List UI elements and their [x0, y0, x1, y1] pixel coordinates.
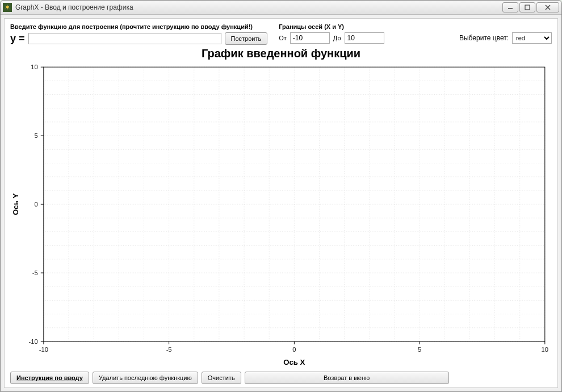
- to-label: До: [333, 35, 341, 41]
- svg-text:-10: -10: [39, 346, 48, 353]
- instructions-button[interactable]: Инструкция по вводу: [10, 372, 89, 384]
- svg-text:5: 5: [418, 346, 421, 353]
- svg-rect-1: [525, 5, 530, 10]
- minimize-button[interactable]: [502, 2, 518, 12]
- axis-to-input[interactable]: [345, 32, 384, 44]
- svg-text:0: 0: [292, 346, 296, 353]
- svg-text:0: 0: [34, 201, 37, 208]
- bottom-toolbar: Инструкция по вводу Удалить последнюю фу…: [10, 372, 552, 384]
- function-group: Введите функцию для построения (прочтите…: [10, 23, 267, 45]
- svg-text:Ось X: Ось X: [283, 358, 305, 366]
- axis-group: Границы осей (X и Y) От До: [279, 23, 384, 44]
- delete-last-button[interactable]: Удалить последнюю функнкцию: [93, 372, 198, 384]
- app-window: ✶ GraphX - Ввод и построение графика Вве…: [0, 0, 562, 392]
- svg-text:-5: -5: [166, 346, 172, 353]
- svg-text:Ось Y: Ось Y: [11, 193, 20, 216]
- function-input[interactable]: [28, 33, 221, 44]
- build-button[interactable]: Построить: [225, 32, 268, 45]
- from-label: От: [279, 35, 287, 41]
- color-label: Выберите цвет:: [459, 34, 509, 42]
- window-controls: [502, 2, 559, 12]
- clear-button[interactable]: Очистить: [202, 372, 241, 384]
- input-row: Введите функцию для построения (прочтите…: [10, 23, 552, 45]
- app-icon: ✶: [3, 3, 12, 12]
- back-to-menu-button[interactable]: Возврат в меню: [245, 372, 449, 384]
- axis-bounds-label: Границы осей (X и Y): [279, 23, 384, 30]
- function-label: Введите функцию для построения (прочтите…: [10, 23, 267, 30]
- svg-text:-5: -5: [32, 269, 38, 276]
- svg-text:-10: -10: [29, 338, 38, 345]
- content-panel: Введите функцию для построения (прочтите…: [4, 18, 558, 388]
- close-button[interactable]: [536, 2, 559, 12]
- color-group: Выберите цвет: red: [459, 23, 552, 44]
- svg-text:10: 10: [542, 346, 548, 353]
- titlebar[interactable]: ✶ GraphX - Ввод и построение графика: [1, 1, 561, 15]
- window-title: GraphX - Ввод и построение графика: [15, 3, 502, 11]
- y-equals-label: y =: [10, 33, 25, 45]
- svg-text:5: 5: [34, 132, 37, 139]
- axis-from-input[interactable]: [290, 32, 330, 44]
- maximize-button[interactable]: [519, 2, 535, 12]
- color-select[interactable]: red: [512, 32, 552, 44]
- svg-text:10: 10: [31, 64, 37, 70]
- chart-title: График введенной функции: [10, 47, 552, 60]
- chart-svg: -10-50510-10-50510Ось XОсь Y: [10, 61, 552, 368]
- chart-area: -10-50510-10-50510Ось XОсь Y: [10, 61, 552, 368]
